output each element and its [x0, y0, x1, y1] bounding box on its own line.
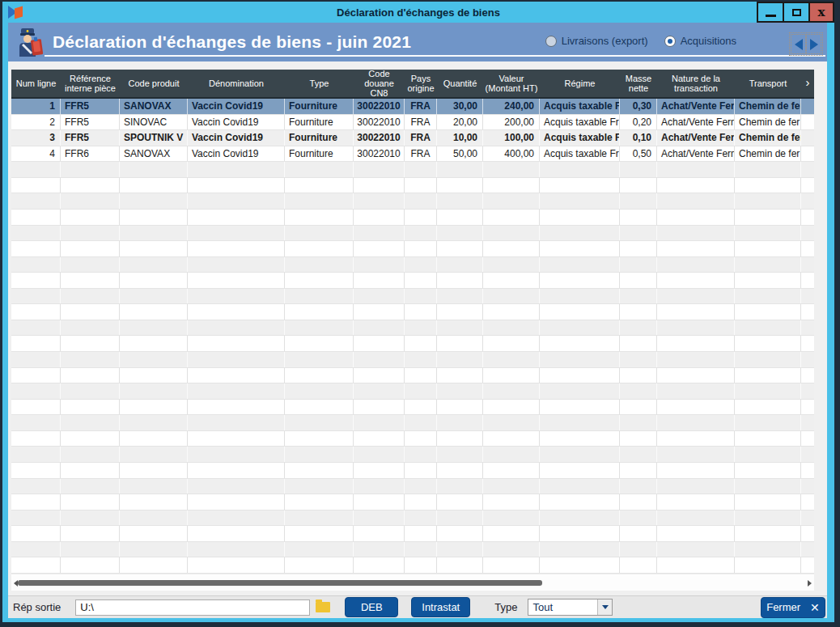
table-row[interactable] [11, 226, 814, 242]
cell [11, 463, 61, 478]
cell [285, 320, 354, 336]
cell [483, 320, 540, 336]
cell [620, 494, 657, 510]
table-row[interactable] [11, 447, 814, 463]
deb-button[interactable]: DEB [345, 597, 398, 617]
column-header[interactable]: Dénomination [188, 70, 285, 97]
fermer-label: Fermer [766, 601, 800, 613]
cell [120, 479, 188, 494]
cell [61, 289, 120, 304]
cell: 3 [11, 130, 61, 146]
table-row[interactable] [11, 289, 814, 305]
column-header[interactable]: Référence interne pièce [61, 70, 120, 97]
horizontal-scrollbar[interactable] [11, 574, 814, 591]
type-dropdown[interactable]: Tout [528, 599, 613, 616]
column-header[interactable]: Transport [735, 70, 801, 97]
minimize-button[interactable] [757, 2, 784, 23]
cell [437, 304, 483, 320]
nav-next-button[interactable] [806, 34, 821, 54]
cell [483, 226, 540, 241]
cell [620, 304, 657, 320]
cell [437, 526, 483, 541]
cell [620, 368, 657, 383]
column-header[interactable]: Code douane CN8 [354, 70, 405, 97]
cell [120, 336, 188, 351]
table-row[interactable]: 2FFR5SINOVACVaccin Covid19Fourniture3002… [11, 115, 814, 131]
table-row[interactable] [11, 415, 814, 431]
table-row[interactable] [11, 431, 814, 447]
fermer-button[interactable]: Fermer ✕ [761, 597, 825, 618]
cell [801, 542, 814, 557]
table-row[interactable] [11, 336, 814, 352]
table-row[interactable] [11, 304, 814, 320]
cell [285, 447, 354, 462]
column-header[interactable]: Valeur (Montant HT) [483, 70, 540, 97]
column-header[interactable]: Nature de la transaction [657, 70, 735, 97]
cell [11, 368, 61, 383]
radio-livraisons-export[interactable]: Livraisons (export) [545, 35, 648, 47]
dropdown-arrow-button[interactable] [597, 599, 612, 615]
cell [735, 557, 801, 573]
table-row[interactable] [11, 479, 814, 495]
table-row[interactable] [11, 162, 814, 178]
radio-acquisitions[interactable]: Acquisitions [664, 35, 736, 47]
column-header[interactable]: Régime [540, 70, 620, 97]
cell [61, 447, 120, 462]
cell: 0,20 [620, 115, 657, 130]
table-row[interactable]: 1FFR5SANOVAXVaccin Covid19Fourniture3002… [11, 99, 814, 115]
close-window-button[interactable]: x [808, 2, 834, 23]
table-row[interactable] [11, 193, 814, 210]
table-row[interactable] [11, 383, 814, 400]
cell [801, 352, 814, 367]
cell [540, 304, 620, 320]
table-row[interactable] [11, 273, 814, 289]
maximize-button[interactable] [783, 2, 810, 23]
cell [620, 415, 657, 430]
cell [285, 479, 354, 494]
table-row[interactable] [11, 526, 814, 542]
cell [61, 479, 120, 494]
cell: 240,00 [483, 99, 540, 114]
table-row[interactable] [11, 368, 814, 384]
column-header[interactable]: Num ligne [11, 70, 61, 97]
column-header[interactable]: Quantité [437, 70, 483, 97]
folder-browse-icon[interactable] [316, 602, 330, 612]
table-row[interactable] [11, 400, 814, 416]
cell [620, 178, 657, 193]
table-row[interactable] [11, 241, 814, 257]
table-row[interactable] [11, 510, 814, 527]
page-title: Déclaration d'échanges de biens - juin 2… [53, 32, 411, 52]
intrastat-button[interactable]: Intrastat [411, 597, 470, 617]
table-row[interactable] [11, 320, 814, 337]
cell [61, 526, 120, 541]
cell [120, 162, 188, 177]
output-dir-input[interactable] [75, 599, 310, 616]
table-row[interactable] [11, 542, 814, 558]
table-row[interactable]: 3FFR5SPOUTNIK VVaccin Covid19Fourniture3… [11, 130, 814, 146]
column-header[interactable]: Type [285, 70, 354, 97]
scroll-right-icon[interactable] [808, 580, 812, 587]
table-row[interactable] [11, 178, 814, 194]
more-columns-icon[interactable]: › [801, 70, 814, 97]
column-header[interactable]: Masse nette [620, 70, 657, 97]
cell [11, 447, 61, 462]
table-row[interactable] [11, 557, 814, 574]
table-row[interactable] [11, 463, 814, 479]
scrollbar-thumb[interactable] [18, 580, 542, 586]
cell [120, 320, 188, 336]
cell [405, 178, 437, 193]
column-header[interactable]: Code produit [120, 70, 188, 97]
cell [657, 226, 735, 241]
cell [801, 368, 814, 383]
cell [735, 320, 801, 336]
nav-previous-button[interactable] [791, 34, 806, 54]
cell: 30,00 [437, 99, 483, 114]
table-row[interactable] [11, 352, 814, 368]
column-header[interactable]: Pays origine [405, 70, 437, 97]
cell [405, 557, 437, 573]
cell [437, 289, 483, 304]
table-row[interactable] [11, 257, 814, 273]
table-row[interactable] [11, 210, 814, 226]
table-row[interactable] [11, 494, 814, 510]
table-row[interactable]: 4FFR6SANOVAXVaccin Covid19Fourniture3002… [11, 146, 814, 163]
